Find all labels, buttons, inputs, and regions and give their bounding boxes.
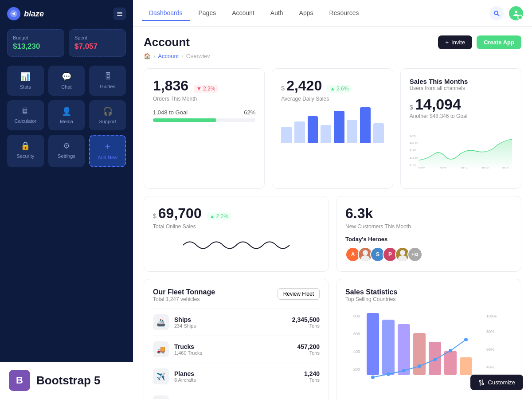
sidebar-menu-btn[interactable] [113,8,126,20]
progress-bg [153,118,255,122]
user-avatar[interactable] [509,6,523,20]
sidebar-item-calculator[interactable]: 🖩 Calculator [7,100,44,130]
breadcrumb-account[interactable]: Account [158,53,179,59]
sidebar-item-stats[interactable]: 📊 Stats [7,66,44,96]
svg-text:80%: 80% [486,329,494,334]
planes-icon: ✈️ [153,368,169,384]
nav-tabs: Dashboards Pages Account Auth Apps Resou… [142,6,489,21]
sidebar: blaze Budget $13,230 Spent $7,057 📊 Stat… [0,0,133,399]
create-app-button[interactable]: Create App [477,35,521,49]
svg-text:Apr 07: Apr 07 [440,166,447,169]
svg-text:60%: 60% [486,347,494,352]
planes-info: Planes 8 Aircrafts [174,370,196,383]
spent-card: Spent $7,057 [69,29,126,57]
fleet-item-trains: 🚂 Trains 804,300 [153,390,320,399]
sales-value: 14,094 [415,96,461,113]
breadcrumb-overview: Overwiev [186,53,210,59]
budget-label: Budget [13,35,59,40]
tab-account[interactable]: Account [225,6,262,21]
chat-icon: 💬 [62,72,71,82]
guides-icon: 🎛 [104,72,112,81]
svg-text:100%: 100% [486,314,497,318]
guides-label: Guides [100,84,115,89]
svg-rect-3 [117,15,122,16]
svg-rect-31 [460,357,472,375]
settings-icon: ⚙ [63,141,70,151]
media-label: Media [60,119,73,124]
goal-pct: 62% [244,109,255,116]
heroes-avatars: A S P +42 [345,247,512,262]
svg-text:Apr 10: Apr 10 [461,166,468,169]
security-icon: 🔒 [20,141,30,151]
bottom-row: Our Fleet Tonnage Total 1,247 vehicles R… [144,279,521,399]
top-nav-right [489,6,523,20]
svg-text:$13.5K: $13.5K [410,156,418,159]
tab-apps[interactable]: Apps [292,6,321,21]
online-badge: ▲ 2.2% [207,212,231,220]
breadcrumb-sep2: › [181,53,183,59]
fleet-section: Our Fleet Tonnage Total 1,247 vehicles R… [144,279,329,399]
trucks-icon: 🚚 [153,341,169,357]
svg-text:200: 200 [353,367,360,372]
online-prefix: $ [153,212,156,219]
svg-text:Apr 13: Apr 13 [481,166,489,169]
svg-rect-26 [382,320,395,375]
add-new-icon: + [105,142,110,152]
tab-dashboards[interactable]: Dashboards [142,6,190,21]
fleet-item-trucks: 🚚 Trucks 1,460 Trucks 457,200 Tons [153,336,320,363]
media-icon: 👤 [62,106,71,116]
page-title: Account [144,35,190,49]
main-content: Dashboards Pages Account Auth Apps Resou… [133,0,532,399]
progress-fill [153,118,216,122]
review-fleet-button[interactable]: Review Fleet [278,288,320,300]
sales-stats-title: Sales Statistics [345,288,512,296]
sidebar-item-guides[interactable]: 🎛 Guides [89,66,126,96]
sales-month-card: Sales This Months Users from all channel… [400,68,521,189]
customize-button[interactable]: Customize [470,375,523,390]
top-nav: Dashboards Pages Account Auth Apps Resou… [133,0,532,27]
sidebar-item-support[interactable]: 🎧 Support [89,100,126,130]
ships-info: Ships 234 Ships [174,316,196,329]
page-content: Account + Invite Create App 🏠 › Account … [133,27,532,399]
svg-point-35 [418,364,421,368]
search-button[interactable] [489,6,504,20]
svg-point-34 [402,369,406,372]
daily-sales-value: 2,420 [286,78,322,94]
bootstrap-badge: B Bootstrap 5 [0,362,133,399]
svg-point-6 [515,11,517,13]
planes-tons: 1,240 [304,370,320,377]
squiggle-chart [153,230,320,261]
fleet-title: Our Fleet Tonnage [153,288,215,296]
sidebar-item-chat[interactable]: 💬 Chat [48,66,85,96]
bar-6 [347,120,358,143]
tab-auth[interactable]: Auth [263,6,290,21]
sidebar-item-security[interactable]: 🔒 Security [7,135,44,167]
budget-card: Budget $13,230 [7,29,64,57]
tab-pages[interactable]: Pages [192,6,223,21]
ships-unit: Tons [292,323,320,329]
sidebar-item-media[interactable]: 👤 Media [48,100,85,130]
goal-text: 1,048 to Goal [153,109,188,116]
sidebar-item-settings[interactable]: ⚙ Settings [48,135,85,167]
svg-rect-27 [398,324,410,375]
trucks-info: Trucks 1,460 Trucks [174,343,202,356]
stats-label: Stats [20,84,31,90]
tab-resources[interactable]: Resources [322,6,366,21]
spent-value: $7,057 [74,42,120,51]
ships-count: 234 Ships [174,323,196,329]
orders-card: 1,836 ▼ 2.2% Orders This Month 1,048 to … [144,68,265,189]
svg-text:Apr 16: Apr 16 [501,166,509,169]
svg-point-32 [371,376,375,379]
invite-button[interactable]: + Invite [438,35,472,49]
svg-text:400: 400 [353,349,360,354]
sales-prefix: $ [410,104,413,111]
sidebar-item-add-new[interactable]: + Add New [89,135,126,167]
breadcrumb-home[interactable]: 🏠 [144,53,151,59]
bar-4 [321,125,331,143]
sales-subtitle: Users from all channels [410,85,512,91]
budget-value: $13,230 [13,42,59,51]
fleet-subtitle: Total 1,247 vehicles [153,296,215,302]
svg-point-33 [387,372,390,376]
planes-count: 8 Aircrafts [174,377,196,383]
customers-label: New Customers This Month [345,223,512,230]
